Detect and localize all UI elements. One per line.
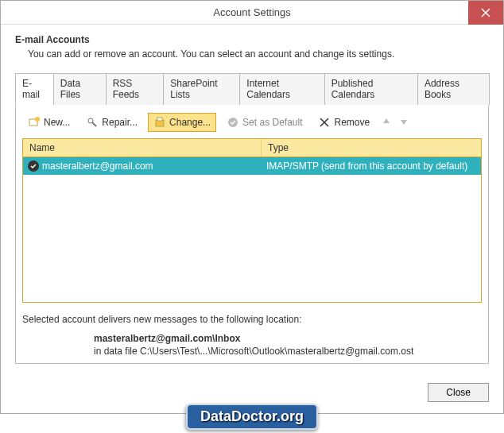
tab-email[interactable]: E-mail <box>15 73 54 105</box>
tab-address-books[interactable]: Address Books <box>417 73 490 105</box>
tab-sharepoint-lists[interactable]: SharePoint Lists <box>163 73 240 105</box>
remove-icon <box>318 116 331 129</box>
tab-rss-feeds[interactable]: RSS Feeds <box>106 73 165 105</box>
set-default-label: Set as Default <box>242 117 302 128</box>
titlebar: Account Settings <box>1 1 503 25</box>
list-header: Name Type <box>23 139 481 157</box>
svg-point-1 <box>35 117 40 122</box>
change-label: Change... <box>169 117 211 128</box>
remove-button[interactable]: Remove <box>312 113 375 132</box>
arrow-up-icon <box>382 117 391 126</box>
list-row[interactable]: masteralbertz@gmail.com IMAP/SMTP (send … <box>23 157 481 175</box>
cell-name: masteralbertz@gmail.com <box>23 157 262 175</box>
move-up-button[interactable] <box>380 116 393 129</box>
watermark-badge: DataDoctor.org <box>186 404 318 430</box>
column-header-type[interactable]: Type <box>262 139 481 157</box>
selected-datafile: in data file C:\Users\Test\...\Microsoft… <box>94 346 482 357</box>
dialog-content: E-mail Accounts You can add or remove an… <box>1 25 503 375</box>
remove-label: Remove <box>334 117 370 128</box>
account-settings-dialog: Account Settings E-mail Accounts You can… <box>0 0 504 414</box>
move-down-button[interactable] <box>397 116 410 129</box>
tab-panel-email: New... Repair... Change... <box>15 105 489 364</box>
section-heading: E-mail Accounts <box>15 34 489 45</box>
tab-data-files[interactable]: Data Files <box>53 73 107 105</box>
arrow-down-icon <box>399 117 409 126</box>
repair-button[interactable]: Repair... <box>80 113 143 132</box>
new-button[interactable]: New... <box>22 113 76 132</box>
tab-strip: E-mail Data Files RSS Feeds SharePoint L… <box>15 72 489 105</box>
account-list: Name Type masteralbertz@gmail.com IMAP/S… <box>22 138 482 303</box>
new-icon <box>28 116 41 129</box>
selected-location: masteralbertz@gmail.com\Inbox <box>94 333 482 344</box>
svg-rect-4 <box>157 118 162 121</box>
list-empty-space <box>23 175 481 302</box>
repair-label: Repair... <box>102 117 138 128</box>
tab-published-calendars[interactable]: Published Calendars <box>324 73 418 105</box>
change-button[interactable]: Change... <box>148 113 216 132</box>
check-circle-icon <box>227 116 239 129</box>
account-name: masteralbertz@gmail.com <box>42 160 153 172</box>
tab-internet-calendars[interactable]: Internet Calendars <box>239 73 324 105</box>
section-subheading: You can add or remove an account. You ca… <box>28 48 489 60</box>
close-button[interactable]: Close <box>428 383 489 402</box>
window-title: Account Settings <box>213 6 291 18</box>
column-header-name[interactable]: Name <box>23 139 262 157</box>
window-close-button[interactable] <box>468 1 503 25</box>
repair-icon <box>86 116 99 129</box>
close-icon <box>481 8 490 17</box>
cell-type: IMAP/SMTP (send from this account by def… <box>262 157 481 175</box>
default-account-icon <box>28 160 39 172</box>
set-default-button[interactable]: Set as Default <box>221 113 308 132</box>
selected-description: Selected account delivers new messages t… <box>22 314 482 325</box>
change-icon <box>153 116 166 129</box>
new-label: New... <box>44 117 70 128</box>
toolbar: New... Repair... Change... <box>22 111 482 138</box>
